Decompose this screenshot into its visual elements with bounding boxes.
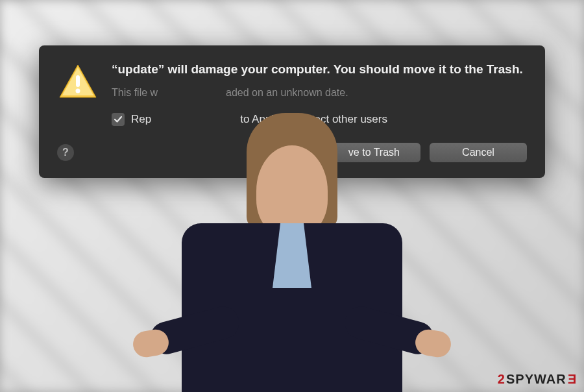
watermark: 2 SPYWAR E [498,372,576,387]
dialog-title: “update” will damage your computer. You … [112,61,527,78]
warning-triangle-icon [57,61,99,103]
report-checkbox[interactable] [112,113,125,126]
svg-rect-0 [76,75,80,87]
help-button[interactable]: ? [57,144,74,161]
person-head [256,145,328,236]
watermark-main: SPYWAR [506,372,566,387]
subtitle-text-right: aded on an unknown date. [226,87,348,98]
subtitle-text-left: This file w [112,87,158,98]
person-hand-right [413,328,453,360]
watermark-prefix: 2 [498,372,505,387]
warning-icon-container [57,61,99,103]
svg-point-1 [76,89,80,93]
dialog-subtitle: This file w xxxxxxxxxxxx aded on an unkn… [112,87,527,99]
checkbox-label-left: Rep [131,113,151,125]
watermark-suffix: E [568,372,576,387]
person-image [123,145,461,392]
checkmark-icon [114,115,123,124]
